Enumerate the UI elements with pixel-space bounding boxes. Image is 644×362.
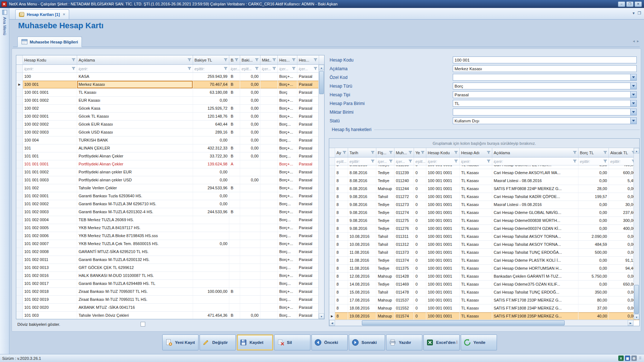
table-row[interactable]: 101 003Tahsile Verilen Döviz Çekleri471.… [16,312,324,319]
table-row[interactable]: 101 002 0004TEB Merkez TUZLA 26069 HS.Bo… [16,216,324,224]
filter-cell[interactable]: eşittir: [193,65,229,72]
filter-cell[interactable]: içerir: [460,157,492,165]
filter-cell[interactable]: eşitt... [414,157,426,165]
gear-icon[interactable]: ⚙ [631,355,637,361]
table-row[interactable]: 814.08.2016Tediye0114690100 001 0001TL K… [329,281,639,289]
filter-cell[interactable]: içer... [229,65,240,72]
column-header-bakiye-tl[interactable]: Bakiye TL [193,55,229,64]
column-header-a-klama[interactable]: Açıklama [77,55,193,64]
sidebar-collapsed[interactable]: Ana Menü [0,8,9,354]
filter-cell[interactable]: eşitt... [240,65,260,72]
column-header-ba[interactable]: BA [229,55,240,64]
filter-cell[interactable]: eşitt... [335,157,348,165]
table-row[interactable]: 810.08.2016Tahsil0113110100 001 0001TL K… [329,233,639,241]
table-row[interactable]: 89.08.2016Tediye0112750100 001 0001TL Ka… [329,217,639,225]
table-row[interactable]: 100 002 0001Göcek TL Kasası120.148,76B0,… [16,113,324,121]
hesap-para-birimi-field[interactable]: TL [453,100,637,107]
maximize-button[interactable]: ❐ [626,1,633,7]
scroll-left-icon[interactable]: ◀ [329,320,335,326]
stat-field[interactable]: Kullanım Dışı [453,117,637,124]
table-row[interactable]: 100 002 0003Göcek USD Kasası289,16B0,00B… [16,129,324,136]
filter-icon[interactable] [254,67,259,70]
table-row[interactable]: 89.08.2016Tahsil0112720100 001 0001TL Ka… [329,193,639,201]
chevron-down-icon[interactable] [630,83,636,89]
table-row[interactable]: 811.08.2016Tediye0113750100 001 0001TL K… [329,265,639,273]
minimize-button[interactable]: – [618,1,625,7]
zel-kod-field[interactable] [453,74,637,81]
filter-icon[interactable] [271,58,276,62]
filter-icon[interactable] [223,58,227,62]
table-row[interactable]: 811.08.2016Tahsil0113730100 001 0001TL K… [329,249,639,257]
scroll-up-icon[interactable]: ▲ [634,148,639,153]
show-fx-balances-checkbox[interactable] [141,322,145,327]
sidebar-tab-ana-menu[interactable]: Ana Menü [3,17,7,35]
table-row[interactable]: ▶100 001Merkez Kasası70.467,64B0,00Borç+… [16,81,324,89]
table-row[interactable]: 815.08.2016Tahsil0114780100 001 0001TL K… [329,289,639,296]
table-row[interactable]: 88.08.2016Mahsup0112440100 001 0001TL Ka… [329,185,639,193]
filter-icon[interactable] [291,67,296,70]
table-row[interactable]: 101 002 0011Garanti Bankası M-TUZLA 6200… [16,256,324,264]
yazd-r-button[interactable]: Yazdır [386,334,422,350]
table-row[interactable]: 88.08.2016Tediye0112390100 001 0001TL Ka… [329,169,639,177]
chevron-down-icon[interactable] [630,74,636,80]
table-row[interactable]: 101 001 0001Portföydeki Alınan Çekler139… [16,160,324,168]
filter-cell[interactable]: içer... [394,157,414,165]
filter-icon[interactable] [187,67,191,70]
filter-icon[interactable] [407,151,412,154]
filter-icon[interactable] [388,151,393,154]
table-row[interactable]: 100 004TURKISH BANK0,000,00Borç...Parasa… [16,136,324,144]
table-row[interactable]: 89.08.2016Tediye0112740100 001 0001TL Ka… [329,209,639,217]
tab-hesap-kartlari[interactable]: Hesap Kartları [1] ✕ [15,9,69,19]
column-header-a-klama[interactable]: Açıklama [492,148,578,157]
filter-icon[interactable] [71,58,75,62]
group-by-panel[interactable]: Gruplamak için kolon başlığını buraya sü… [329,139,639,148]
filter-icon[interactable] [291,58,296,62]
table-row[interactable]: 101 001 0002Portföydeki alınan çekler EU… [16,168,324,176]
yenile-button[interactable]: Yenile [461,334,497,350]
table-row[interactable]: 101 002 0007YKB Merkez TUZLA Çek Tem. 85… [16,240,324,248]
column-header-hesap-kodu[interactable]: Hesap Kodu [23,55,77,64]
table-row[interactable]: 101 002 0006YKB Merkez TUZLA Bloke 87198… [16,232,324,240]
accounts-grid-vscrollbar[interactable]: ▲ ▼ [318,65,324,319]
table-row[interactable]: 100 002Göcek Kasa125.926,72B0,00Borç+...… [16,105,324,113]
column-header-baki[interactable]: Baki... [240,55,260,64]
table-row[interactable]: 101 002 0019Ziraat Bankası M-TUZ 7095011… [16,296,324,304]
table-row[interactable]: 818.08.2016Mahsup0115520100 001 0001TL K… [329,304,639,312]
column-header-hesap-ad[interactable]: Hesap Adı [460,148,492,157]
table-row[interactable]: 89.08.2016Tediye0112760100 001 0001TL Ka… [329,225,639,233]
filter-icon[interactable] [223,67,227,70]
transactions-grid-hscrollbar[interactable]: ◀ ▶ [329,320,633,326]
table-row[interactable]: 100 002 0002Göcek EUR Kasası640,44B0,00B… [16,121,324,129]
scroll-down-icon[interactable]: ▼ [634,314,639,320]
table-row[interactable]: 101 002 0013GRT GÖCEK ÇEK TL 6299612Borç… [16,264,324,272]
window-icon[interactable]: ▣ [625,355,630,361]
table-row[interactable]: 100 001 0002EUR Kasası0,000,00Borç+...Pa… [16,97,324,105]
hesap-tipi-field[interactable]: Parasal [453,91,637,98]
column-header-hes[interactable]: Hes... [278,55,297,64]
filter-cell[interactable]: içer... [260,65,278,72]
table-row[interactable]: ▶819.08.2016Mahsup0115740100 001 0001TL … [329,312,639,320]
close-button[interactable]: ✕ [635,1,642,7]
tab-muhasebe-hesap-bilgileri[interactable]: Muhasebe Hesap Bilgileri [17,37,82,47]
tab-scroll-icon[interactable]: ▾ [633,11,635,16]
table-row[interactable]: 101 002 0016HALK BANKASI M-DUD 10100087 … [16,272,324,280]
table-row[interactable]: 101 001Portföydeki Alınan Çekler33.722,3… [16,152,324,160]
table-row[interactable]: 811.08.2016Tediye0113740100 001 0001TL K… [329,257,639,265]
sonraki-button[interactable]: Sonraki [349,334,385,350]
table-row[interactable]: 101 002 0018Ziraat Bankası M-TUZ 7095007… [16,288,324,296]
filter-icon[interactable] [602,151,607,154]
table-row[interactable]: 88.08.2016Tediye0112380100 001 0001TL Ka… [329,165,639,169]
table-row[interactable]: 812.08.2016Mahsup0114280100 001 0001TL K… [329,273,639,281]
filter-cell[interactable]: eşittir: [609,157,637,165]
column-header-mikt[interactable]: Mikt... [260,55,278,64]
table-row[interactable]: 100 001 0001TL Kasası63.180,08B0,00BorçP… [16,89,324,97]
table-row[interactable]: 810.08.2016Tahsil0113120100 001 0001TL K… [329,241,639,249]
filter-icon[interactable] [313,58,317,62]
filter-icon[interactable] [602,160,607,163]
chevron-down-icon[interactable] [630,118,636,124]
chevron-down-icon[interactable] [630,92,636,98]
filter-icon[interactable] [342,151,346,154]
scroll-thumb[interactable] [634,285,639,314]
filter-cell[interactable]: eşittir: [348,157,376,165]
table-row[interactable]: 101 002 0005YKB Merkez TUZLA 84197117 HS… [16,224,324,232]
